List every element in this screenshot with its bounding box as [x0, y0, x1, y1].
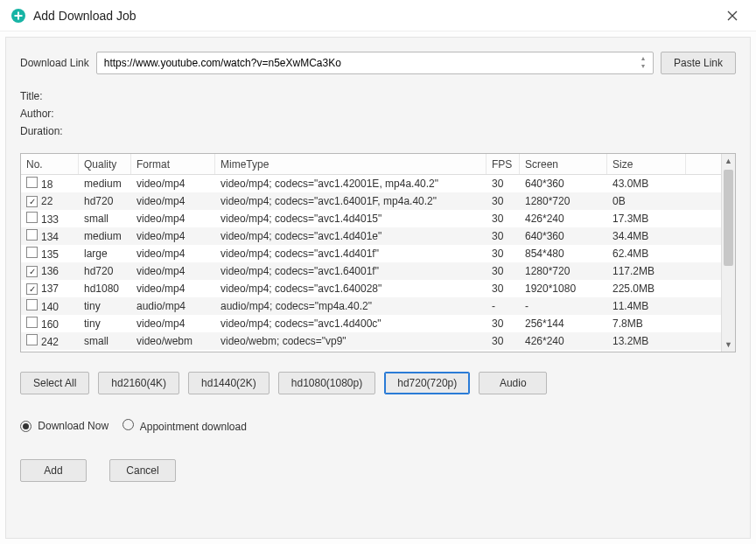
cell-fps: 30 — [486, 317, 520, 330]
table-header: No. Quality Format MimeType FPS Screen S… — [21, 154, 721, 175]
cell-format: video/mp4 — [131, 282, 215, 295]
duration-label: Duration: — [20, 125, 736, 137]
row-checkbox[interactable] — [26, 299, 38, 310]
col-size[interactable]: Size — [607, 154, 686, 174]
row-checkbox[interactable] — [26, 229, 38, 241]
hd1080-button[interactable]: hd1080(1080p) — [278, 372, 375, 394]
author-label: Author: — [20, 108, 736, 120]
table-row[interactable]: 242smallvideo/webmvideo/webm; codecs="vp… — [21, 332, 721, 350]
row-checkbox[interactable]: ✓ — [26, 283, 38, 295]
cell-quality: small — [79, 213, 131, 225]
table-row[interactable]: ✓136hd720video/mp4video/mp4; codecs="avc… — [21, 262, 721, 280]
add-button[interactable]: Add — [20, 459, 87, 482]
cell-format: video/mp4 — [131, 265, 215, 277]
scroll-up-icon[interactable]: ▲ — [722, 154, 735, 168]
paste-link-button[interactable]: Paste Link — [661, 52, 736, 74]
col-quality[interactable]: Quality — [79, 154, 131, 174]
cell-no: 18 — [41, 178, 52, 191]
col-screen[interactable]: Screen — [520, 154, 607, 174]
cell-screen: 426*240 — [520, 213, 607, 225]
cell-no: 135 — [41, 248, 59, 261]
cell-screen: 854*480 — [520, 248, 607, 260]
cell-screen: 640*360 — [520, 230, 607, 242]
row-checkbox[interactable] — [26, 247, 38, 258]
cell-format: video/mp4 — [131, 230, 215, 242]
hd1440-button[interactable]: hd1440(2K) — [188, 372, 270, 394]
col-format[interactable]: Format — [131, 154, 215, 174]
cell-no: 136 — [41, 265, 59, 277]
cell-size: 43.0MB — [607, 178, 686, 190]
stepper-icon[interactable]: ▴▾ — [636, 54, 650, 72]
formats-table: No. Quality Format MimeType FPS Screen S… — [20, 153, 736, 352]
cell-quality: tiny — [79, 300, 131, 312]
col-fps[interactable]: FPS — [486, 154, 520, 174]
cell-mime: video/mp4; codecs="avc1.42001E, mp4a.40.… — [215, 178, 486, 190]
cell-screen: 1280*720 — [520, 195, 607, 207]
hd720-button[interactable]: hd720(720p) — [384, 372, 470, 394]
add-download-job-dialog: Add Download Job Download Link ▴▾ Paste … — [0, 0, 756, 544]
row-checkbox[interactable] — [26, 212, 38, 223]
row-checkbox[interactable]: ✓ — [26, 196, 38, 207]
cell-size: 13.2MB — [607, 335, 686, 347]
appointment-download-radio[interactable]: Appointment download — [122, 419, 247, 433]
table-row[interactable]: 135largevideo/mp4video/mp4; codecs="avc1… — [21, 245, 721, 262]
vertical-scrollbar[interactable]: ▲ ▼ — [721, 154, 735, 352]
audio-button[interactable]: Audio — [479, 372, 547, 394]
title-label: Title: — [20, 90, 736, 102]
cancel-button[interactable]: Cancel — [109, 459, 176, 482]
col-no[interactable]: No. — [21, 154, 79, 174]
download-link-input[interactable] — [96, 52, 654, 74]
table-scroll: No. Quality Format MimeType FPS Screen S… — [21, 154, 721, 352]
table-row[interactable]: 133smallvideo/mp4video/mp4; codecs="avc1… — [21, 210, 721, 227]
window-title: Add Download Job — [33, 9, 719, 23]
cell-fps: 30 — [486, 195, 520, 207]
cell-screen: 1920*1080 — [520, 282, 607, 295]
cell-size: 7.8MB — [607, 317, 686, 330]
titlebar: Add Download Job — [0, 0, 756, 31]
dialog-body: Download Link ▴▾ Paste Link Title: Autho… — [5, 37, 751, 539]
cell-screen: - — [520, 300, 607, 312]
cell-format: video/mp4 — [131, 178, 215, 190]
table-row[interactable]: 134mediumvideo/mp4video/mp4; codecs="avc… — [21, 227, 721, 245]
cell-mime: video/mp4; codecs="avc1.64001f" — [215, 265, 486, 277]
cell-screen: 1280*720 — [520, 265, 607, 277]
cell-format: video/mp4 — [131, 195, 215, 207]
hd2160-button[interactable]: hd2160(4K) — [98, 372, 179, 394]
cell-mime: video/mp4; codecs="avc1.4d400c" — [215, 317, 486, 330]
cell-quality: tiny — [79, 317, 131, 330]
cell-screen: 256*144 — [520, 317, 607, 330]
scroll-down-icon[interactable]: ▼ — [722, 338, 735, 352]
select-all-button[interactable]: Select All — [20, 372, 89, 394]
row-checkbox[interactable] — [26, 334, 38, 345]
row-checkbox[interactable] — [26, 317, 38, 328]
filter-row: Select All hd2160(4K) hd1440(2K) hd1080(… — [20, 372, 736, 394]
table-body: 18mediumvideo/mp4video/mp4; codecs="avc1… — [21, 175, 721, 350]
table-row[interactable]: ✓137hd1080video/mp4video/mp4; codecs="av… — [21, 280, 721, 297]
cell-format: video/mp4 — [131, 248, 215, 260]
table-row[interactable]: 160tinyvideo/mp4video/mp4; codecs="avc1.… — [21, 315, 721, 332]
scroll-thumb[interactable] — [724, 170, 733, 266]
download-now-radio[interactable]: Download Now — [20, 420, 108, 432]
radio-icon — [20, 421, 32, 432]
cell-fps: 30 — [486, 230, 520, 242]
cell-no: 140 — [41, 301, 59, 313]
col-mime[interactable]: MimeType — [215, 154, 486, 174]
download-link-row: Download Link ▴▾ Paste Link — [20, 52, 736, 74]
row-checkbox[interactable]: ✓ — [26, 266, 38, 277]
cell-screen: 640*360 — [520, 178, 607, 190]
schedule-row: Download Now Appointment download — [20, 419, 736, 433]
close-icon[interactable] — [719, 3, 746, 29]
cell-quality: medium — [79, 230, 131, 242]
cell-quality: hd720 — [79, 265, 131, 277]
download-now-label: Download Now — [38, 420, 108, 432]
cell-mime: video/mp4; codecs="avc1.4d401e" — [215, 230, 486, 242]
cell-mime: video/mp4; codecs="avc1.640028" — [215, 282, 486, 295]
cell-fps: 30 — [486, 282, 520, 295]
table-row[interactable]: ✓22hd720video/mp4video/mp4; codecs="avc1… — [21, 192, 721, 210]
cell-size: 17.3MB — [607, 213, 686, 225]
cell-quality: hd1080 — [79, 282, 131, 295]
table-row[interactable]: 18mediumvideo/mp4video/mp4; codecs="avc1… — [21, 175, 721, 192]
download-link-label: Download Link — [20, 57, 89, 69]
row-checkbox[interactable] — [26, 177, 38, 188]
table-row[interactable]: 140tinyaudio/mp4audio/mp4; codecs="mp4a.… — [21, 297, 721, 315]
